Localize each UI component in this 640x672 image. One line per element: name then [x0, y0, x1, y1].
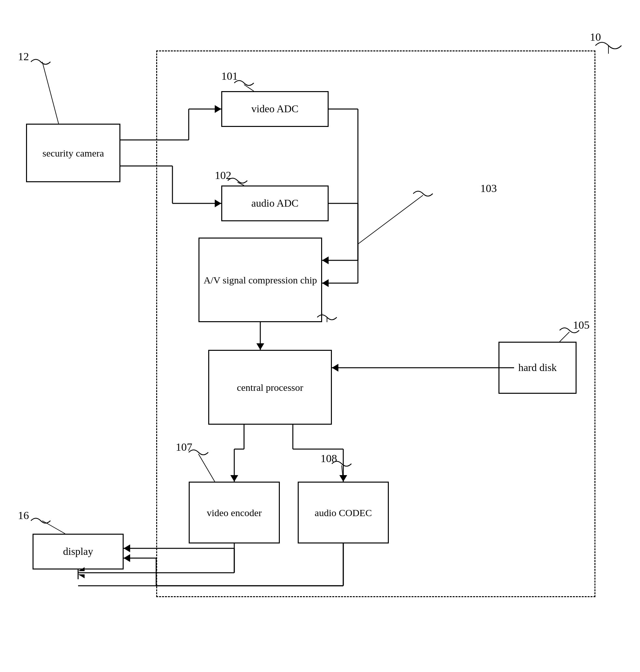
display-box: display	[32, 534, 123, 570]
central-processor-label: central processor	[237, 381, 303, 394]
video-encoder-label: video encoder	[207, 506, 262, 519]
hard-disk-box: hard disk	[498, 342, 577, 394]
security-camera-label: security camera	[42, 147, 104, 159]
av-compression-label: A/V signal compression chip	[204, 274, 317, 286]
audio-codec-label: audio CODEC	[315, 506, 372, 519]
video-encoder-box: video encoder	[189, 482, 280, 543]
display-label: display	[63, 545, 93, 558]
audio-codec-box: audio CODEC	[298, 482, 389, 543]
audio-adc-label: audio ADC	[251, 197, 299, 210]
ref-10: 10	[590, 31, 601, 43]
audio-adc-box: audio ADC	[221, 186, 329, 221]
svg-line-1	[42, 62, 59, 124]
svg-marker-41	[78, 574, 85, 578]
ref-16: 16	[18, 509, 29, 521]
video-adc-box: video ADC	[221, 91, 329, 127]
svg-line-2	[42, 521, 65, 534]
svg-marker-45	[123, 544, 130, 552]
central-processor-box: central processor	[208, 350, 332, 425]
svg-marker-48	[123, 554, 130, 562]
security-camera-box: security camera	[26, 124, 120, 182]
hard-disk-label: hard disk	[518, 361, 557, 374]
av-compression-box: A/V signal compression chip	[199, 238, 322, 322]
diagram: 10 12 16 101 102 103 104 105 107 108 sec…	[0, 0, 640, 672]
video-adc-label: video ADC	[251, 102, 299, 116]
ref-12: 12	[18, 51, 29, 63]
